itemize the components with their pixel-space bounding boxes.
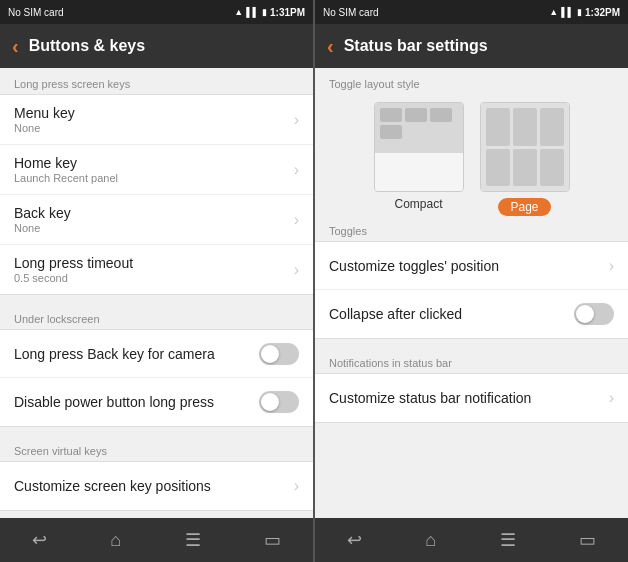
long-press-timeout-subtitle: 0.5 second <box>14 272 286 284</box>
signal-icon-r: ▌▌ <box>561 7 574 17</box>
back-key-item[interactable]: Back key None › <box>0 195 313 245</box>
time-left: 1:31PM <box>270 7 305 18</box>
layout-cards: Compact Pag <box>329 102 614 215</box>
content-left: Long press screen keys Menu key None › H… <box>0 68 313 518</box>
carrier-right: No SIM card <box>323 7 379 18</box>
menu-key-item[interactable]: Menu key None › <box>0 95 313 145</box>
compact-label: Compact <box>394 197 442 211</box>
nav-recents-left[interactable]: ▭ <box>264 529 281 551</box>
back-button-right[interactable]: ‹ <box>327 35 334 58</box>
home-key-item[interactable]: Home key Launch Recent panel › <box>0 145 313 195</box>
nav-back-right[interactable]: ↩ <box>347 529 362 551</box>
page-card <box>480 102 570 192</box>
collapse-after-clicked-item[interactable]: Collapse after clicked <box>315 290 628 338</box>
section-header-lockscreen: Under lockscreen <box>0 303 313 329</box>
disable-power-item[interactable]: Disable power button long press <box>0 378 313 426</box>
notifications-group: Customize status bar notification › <box>315 373 628 423</box>
battery-icon: ▮ <box>262 7 267 17</box>
nav-bar-right: ↩ ⌂ ☰ ▭ <box>315 518 628 562</box>
right-screen: No SIM card ▲ ▌▌ ▮ 1:32PM ‹ Status bar s… <box>315 0 628 562</box>
nav-home-left[interactable]: ⌂ <box>110 530 121 551</box>
content-right: Toggle layout style Compact <box>315 68 628 518</box>
back-key-title: Back key <box>14 205 286 221</box>
compact-card <box>374 102 464 192</box>
nav-menu-left[interactable]: ☰ <box>185 529 201 551</box>
home-key-subtitle: Launch Recent panel <box>14 172 286 184</box>
wifi-icon-r: ▲ <box>549 7 558 17</box>
customize-screen-keys-chevron: › <box>294 477 299 495</box>
customize-toggles-chevron: › <box>609 257 614 275</box>
page-label: Page <box>498 198 550 216</box>
back-key-camera-toggle[interactable] <box>259 343 299 365</box>
toolbar-right: ‹ Status bar settings <box>315 24 628 68</box>
signal-icon: ▌▌ <box>246 7 259 17</box>
menu-key-title: Menu key <box>14 105 286 121</box>
customize-toggles-position-title: Customize toggles' position <box>329 258 601 274</box>
toggles-group: Customize toggles' position › Collapse a… <box>315 241 628 339</box>
customize-status-bar-notification-title: Customize status bar notification <box>329 390 601 406</box>
long-press-timeout-chevron: › <box>294 261 299 279</box>
wifi-icon: ▲ <box>234 7 243 17</box>
long-press-group: Menu key None › Home key Launch Recent p… <box>0 94 313 295</box>
nav-back-left[interactable]: ↩ <box>32 529 47 551</box>
screen-title-left: Buttons & keys <box>29 37 145 55</box>
menu-key-chevron: › <box>294 111 299 129</box>
collapse-after-clicked-toggle[interactable] <box>574 303 614 325</box>
left-screen: No SIM card ▲ ▌▌ ▮ 1:31PM ‹ Buttons & ke… <box>0 0 313 562</box>
notifications-section-header: Notifications in status bar <box>315 347 628 373</box>
customize-screen-keys-title: Customize screen key positions <box>14 478 286 494</box>
toolbar-left: ‹ Buttons & keys <box>0 24 313 68</box>
compact-option[interactable]: Compact <box>374 102 464 215</box>
customize-screen-keys-item[interactable]: Customize screen key positions › <box>0 462 313 510</box>
status-icons-right: ▲ ▌▌ ▮ 1:32PM <box>549 7 620 18</box>
section-header-virtual-keys: Screen virtual keys <box>0 435 313 461</box>
status-bar-right: No SIM card ▲ ▌▌ ▮ 1:32PM <box>315 0 628 24</box>
screen-title-right: Status bar settings <box>344 37 488 55</box>
back-key-subtitle: None <box>14 222 286 234</box>
carrier-left: No SIM card <box>8 7 64 18</box>
status-bar-left: No SIM card ▲ ▌▌ ▮ 1:31PM <box>0 0 313 24</box>
customize-status-bar-notification-item[interactable]: Customize status bar notification › <box>315 374 628 422</box>
back-key-camera-item[interactable]: Long press Back key for camera <box>0 330 313 378</box>
lockscreen-group: Long press Back key for camera Disable p… <box>0 329 313 427</box>
collapse-after-clicked-title: Collapse after clicked <box>329 306 574 322</box>
layout-cards-container: Compact Pag <box>315 94 628 215</box>
nav-recents-right[interactable]: ▭ <box>579 529 596 551</box>
page-option[interactable]: Page <box>480 102 570 215</box>
back-button-left[interactable]: ‹ <box>12 35 19 58</box>
disable-power-title: Disable power button long press <box>14 394 259 410</box>
back-key-camera-title: Long press Back key for camera <box>14 346 259 362</box>
long-press-timeout-title: Long press timeout <box>14 255 286 271</box>
status-icons-left: ▲ ▌▌ ▮ 1:31PM <box>234 7 305 18</box>
menu-key-subtitle: None <box>14 122 286 134</box>
page-label-container: Page <box>498 197 550 215</box>
disable-power-toggle[interactable] <box>259 391 299 413</box>
home-key-chevron: › <box>294 161 299 179</box>
virtual-keys-group: Customize screen key positions › <box>0 461 313 511</box>
nav-home-right[interactable]: ⌂ <box>425 530 436 551</box>
nav-bar-left: ↩ ⌂ ☰ ▭ <box>0 518 313 562</box>
section-header-long-press: Long press screen keys <box>0 68 313 94</box>
back-key-chevron: › <box>294 211 299 229</box>
home-key-title: Home key <box>14 155 286 171</box>
customize-toggles-position-item[interactable]: Customize toggles' position › <box>315 242 628 290</box>
long-press-timeout-item[interactable]: Long press timeout 0.5 second › <box>0 245 313 294</box>
toggle-layout-header: Toggle layout style <box>315 68 628 94</box>
battery-icon-r: ▮ <box>577 7 582 17</box>
nav-menu-right[interactable]: ☰ <box>500 529 516 551</box>
time-right: 1:32PM <box>585 7 620 18</box>
customize-status-bar-notification-chevron: › <box>609 389 614 407</box>
toggles-section-header: Toggles <box>315 215 628 241</box>
